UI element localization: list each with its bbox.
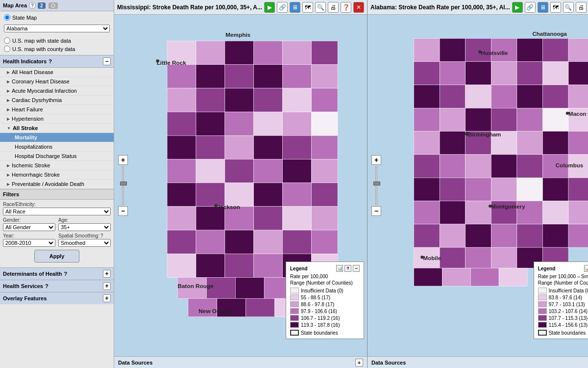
svg-rect-84 — [543, 38, 569, 61]
right-play-btn[interactable]: ▶ — [512, 2, 523, 13]
nav-item-all-heart[interactable]: ▶ All Heart Disease — [0, 68, 114, 77]
left-legend-close-btn[interactable]: − — [353, 265, 360, 272]
left-map-area[interactable]: Memphis Little Rock Jackson Baton Rouge … — [114, 15, 367, 356]
nav-item-preventable[interactable]: ▶ Preventable / Avoidable Death — [0, 180, 114, 189]
nav-label: Hypertension — [12, 116, 44, 122]
state-map-radio[interactable] — [4, 14, 10, 21]
nav-label: Acute Myocardial Infarction — [12, 88, 77, 94]
left-help-btn[interactable]: ❓ — [341, 2, 351, 13]
svg-rect-136 — [440, 224, 466, 247]
nav-subitem-mortality[interactable]: Mortality — [0, 133, 114, 142]
race-select[interactable]: All Race White Black — [3, 208, 111, 215]
left-zoom-out-btn[interactable]: − — [118, 206, 128, 216]
left-zoom-slider[interactable] — [122, 166, 124, 205]
svg-rect-56 — [167, 254, 196, 277]
nav-label: Mortality — [15, 134, 37, 140]
left-legend-chart-btn[interactable]: 📊 — [336, 265, 343, 272]
svg-rect-27 — [196, 135, 225, 159]
svg-rect-107 — [414, 131, 440, 155]
right-print-btn[interactable]: 🖨 — [576, 2, 587, 13]
health-services-expand-btn[interactable]: + — [103, 282, 111, 290]
left-play-btn[interactable]: ▶ — [264, 2, 275, 13]
health-indicators-header[interactable]: Health Indicators ? − — [0, 55, 114, 68]
determinants-section[interactable]: Determinants of Health ? + — [0, 267, 114, 280]
nav-item-all-stroke[interactable]: ▼ All Stroke — [0, 124, 114, 133]
right-zoom-slider[interactable] — [375, 166, 377, 205]
right-state-boundary-swatch — [538, 330, 547, 336]
year-select[interactable]: 2008-2010 2005-2007 2011-2013 — [3, 239, 55, 247]
right-map-area[interactable]: Chattanooga Huntsville Birmingham Montgo… — [368, 15, 588, 356]
apply-button[interactable]: Apply — [34, 250, 80, 263]
right-link-btn[interactable]: 🔗 — [525, 2, 536, 13]
right-map-btn[interactable]: 🗺 — [550, 2, 561, 13]
health-indicators-collapse-btn[interactable]: − — [103, 57, 111, 65]
smoothing-help-icon[interactable]: ? — [100, 233, 103, 238]
right-zoom-in-btn[interactable]: + — [371, 155, 381, 165]
us-county-radio-label[interactable]: U.S. map with county data — [4, 45, 110, 53]
right-search-btn[interactable]: 🔍 — [563, 2, 574, 13]
overlay-expand-btn[interactable]: + — [103, 294, 111, 302]
svg-rect-5 — [254, 41, 283, 65]
determinants-label: Determinants of Health — [3, 271, 62, 277]
left-screen-btn[interactable]: 🖥 — [290, 2, 300, 13]
right-zoom-out-btn[interactable]: − — [371, 206, 381, 216]
state-select[interactable]: Alabama — [4, 25, 110, 32]
health-indicators-help-icon[interactable]: ? — [49, 58, 52, 64]
map-count-controls[interactable]: ⬡ — [49, 2, 58, 9]
legend-swatch-2 — [290, 301, 299, 307]
overlay-features-section[interactable]: Overlay Features + — [0, 292, 114, 304]
determinants-expand-btn[interactable]: + — [103, 270, 111, 278]
left-link-btn[interactable]: 🔗 — [277, 2, 288, 13]
svg-rect-36 — [283, 159, 312, 183]
left-data-sources-expand-btn[interactable]: + — [355, 359, 363, 367]
nav-item-hypertension[interactable]: ▶ Hypertension — [0, 114, 114, 124]
nav-label: Ischemic Stroke — [12, 162, 50, 168]
left-search-btn[interactable]: 🔍 — [315, 2, 326, 13]
left-legend-help-btn[interactable]: ? — [344, 265, 351, 272]
svg-rect-69 — [246, 298, 275, 316]
svg-rect-33 — [196, 159, 225, 183]
left-map-btn[interactable]: 🗺 — [302, 2, 313, 13]
smoothing-select[interactable]: Smoothed Unsmoothed — [58, 239, 111, 247]
left-print-btn[interactable]: 🖨 — [328, 2, 339, 13]
health-services-section[interactable]: Health Services ? + — [0, 280, 114, 292]
age-select[interactable]: 35+ 18-34 65+ — [58, 223, 111, 231]
svg-rect-108 — [440, 131, 466, 155]
us-state-radio-label[interactable]: U.S. map with state data — [4, 36, 110, 45]
us-state-radio[interactable] — [4, 37, 10, 44]
gender-col: Gender: All Gender Male Female — [3, 217, 55, 231]
determinants-help-icon[interactable]: ? — [64, 271, 67, 277]
r-legend-swatch-2 — [538, 301, 547, 307]
left-zoom-in-btn[interactable]: + — [118, 155, 128, 165]
triangle-icon: ▶ — [7, 163, 10, 168]
svg-rect-138 — [491, 224, 517, 247]
nav-item-ischemic[interactable]: ▶ Ischemic Stroke — [0, 161, 114, 170]
nav-item-heart-failure[interactable]: ▶ Heart Failure — [0, 105, 114, 114]
nav-item-acute[interactable]: ▶ Acute Myocardial Infarction — [0, 86, 114, 96]
right-zoom-thumb[interactable] — [373, 182, 380, 185]
triangle-icon: ▶ — [7, 173, 10, 177]
nav-subitem-hospitalizations[interactable]: Hospitalizations — [0, 142, 114, 152]
nav-subitem-hospital-discharge[interactable]: Hospital Discharge Status — [0, 152, 114, 161]
right-legend-chart-btn[interactable]: 📊 — [584, 265, 588, 272]
svg-rect-3 — [196, 41, 225, 65]
svg-rect-98 — [543, 85, 569, 108]
svg-rect-127 — [568, 178, 588, 201]
left-close-btn[interactable]: ✕ — [353, 2, 364, 13]
left-zoom-control: + − — [118, 155, 128, 216]
left-zoom-thumb[interactable] — [120, 182, 127, 185]
health-services-help-icon[interactable]: ? — [45, 283, 49, 289]
svg-rect-88 — [466, 62, 491, 85]
right-screen-btn[interactable]: 🖥 — [538, 2, 548, 13]
state-map-radio-label[interactable]: State Map — [4, 13, 110, 22]
nav-item-coronary[interactable]: ▶ Coronary Heart Disease — [0, 77, 114, 86]
svg-rect-85 — [568, 38, 588, 61]
gender-select[interactable]: All Gender Male Female — [3, 223, 55, 231]
r-legend-label-0: Insufficient Data (0) — [549, 288, 588, 293]
map-area-label: Map Area — [3, 2, 27, 8]
nav-item-hemorrhagic[interactable]: ▶ Hemorrhagic Stroke — [0, 170, 114, 180]
map-area-help-icon[interactable]: ? — [29, 2, 36, 9]
svg-rect-102 — [466, 108, 491, 131]
us-county-radio[interactable] — [4, 46, 10, 52]
nav-item-cardiac[interactable]: ▶ Cardiac Dysrhythmia — [0, 96, 114, 105]
